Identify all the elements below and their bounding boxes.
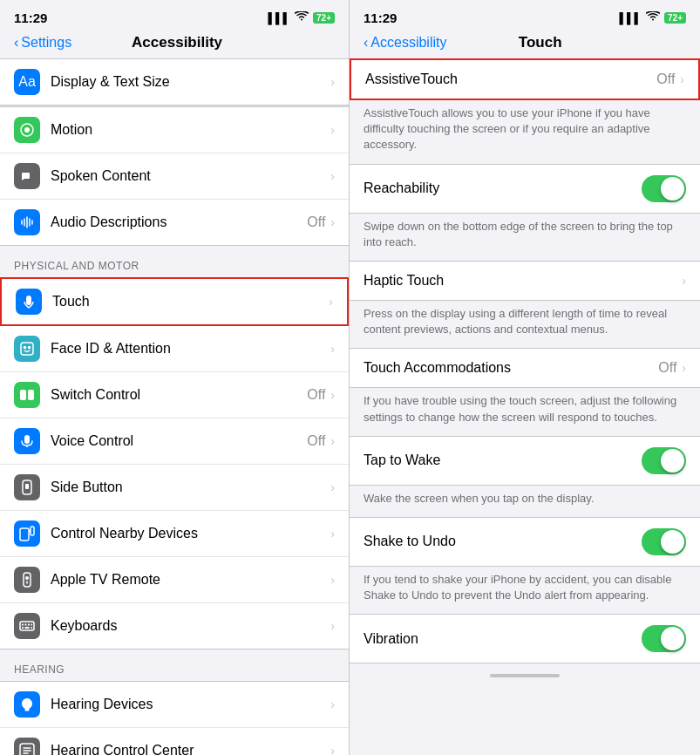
assistive-touch-chevron-icon: ›: [680, 72, 684, 86]
touch-accom-value: Off: [658, 360, 676, 376]
svg-rect-24: [31, 627, 33, 629]
switch-control-item[interactable]: Switch Control Off ›: [0, 372, 349, 418]
left-time: 11:29: [14, 10, 47, 25]
touch-label: Touch: [52, 294, 329, 309]
control-nearby-item[interactable]: Control Nearby Devices ›: [0, 511, 349, 557]
audio-desc-label: Audio Descriptions: [51, 214, 307, 230]
hearing-devices-icon: [14, 691, 40, 718]
left-settings-scroll[interactable]: Aa Display & Text Size › Motion ›: [0, 58, 349, 755]
audio-descriptions-item[interactable]: Audio Descriptions Off ›: [0, 200, 349, 245]
physical-section-header: Physical and Motor: [0, 246, 349, 277]
partial-group: Aa Display & Text Size ›: [0, 58, 349, 105]
reachability-group: Reachability: [350, 164, 700, 214]
hearing-control-center-item[interactable]: Hearing Control Center ›: [0, 728, 349, 755]
back-chevron-icon: ‹: [14, 35, 18, 51]
reachability-label: Reachability: [364, 180, 642, 196]
right-back-label: Accessibility: [370, 35, 446, 51]
shake-undo-toggle[interactable]: [642, 528, 686, 555]
left-nav-bar: ‹ Settings Accessibility: [0, 31, 349, 58]
hearing-items-group: Hearing Devices › Hearing Control Center…: [0, 681, 349, 755]
right-back-chevron-icon: ‹: [364, 35, 368, 51]
reachability-item[interactable]: Reachability: [350, 165, 700, 213]
audio-desc-icon: [14, 209, 40, 235]
shake-undo-label: Shake to Undo: [364, 534, 642, 549]
touch-item[interactable]: Touch ›: [2, 279, 347, 324]
left-back-button[interactable]: ‹ Settings: [14, 35, 71, 51]
svg-point-0: [24, 127, 30, 133]
svg-point-15: [25, 576, 29, 580]
svg-rect-2: [21, 343, 33, 355]
vibration-item[interactable]: Vibration: [350, 615, 700, 663]
left-back-label: Settings: [21, 35, 71, 51]
keyboards-chevron-icon: ›: [330, 619, 335, 633]
svg-rect-7: [24, 435, 30, 444]
svg-rect-12: [31, 527, 34, 535]
spoken-chevron-icon: ›: [330, 169, 335, 183]
hearing-devices-item[interactable]: Hearing Devices ›: [0, 682, 349, 728]
left-panel: 11:29 ▌▌▌ 72+ ‹ Settings Accessibility: [0, 0, 350, 755]
vibration-toggle[interactable]: [642, 625, 686, 652]
switch-control-value: Off: [307, 387, 325, 403]
touch-accom-desc: If you have trouble using the touch scre…: [350, 388, 700, 435]
apple-tv-icon: [14, 567, 40, 593]
right-time: 11:29: [364, 10, 397, 25]
switch-control-icon: [14, 382, 40, 408]
face-id-label: Face ID & Attention: [51, 341, 330, 357]
wifi-icon: [295, 11, 309, 24]
assistive-touch-value: Off: [656, 71, 675, 87]
apple-tv-label: Apple TV Remote: [51, 572, 330, 588]
shake-undo-desc: If you tend to shake your iPhone by acci…: [350, 567, 700, 614]
shake-undo-item[interactable]: Shake to Undo: [350, 518, 700, 566]
spoken-content-item[interactable]: Spoken Content ›: [0, 153, 349, 200]
svg-rect-5: [20, 390, 26, 400]
touch-settings-scroll[interactable]: AssistiveTouch Off › AssistiveTouch allo…: [350, 58, 700, 755]
keyboards-label: Keyboards: [51, 618, 330, 634]
voice-control-item[interactable]: Voice Control Off ›: [0, 418, 349, 465]
tap-wake-item[interactable]: Tap to Wake: [350, 437, 700, 485]
face-id-item[interactable]: Face ID & Attention ›: [0, 326, 349, 372]
physical-items-group: Face ID & Attention › Switch Control Off…: [0, 326, 349, 650]
hearing-control-icon: [14, 738, 40, 755]
keyboards-item[interactable]: Keyboards ›: [0, 603, 349, 649]
voice-control-chevron-icon: ›: [330, 434, 335, 448]
reachability-toggle[interactable]: [642, 175, 686, 202]
touch-icon: [16, 289, 42, 315]
haptic-touch-desc: Press on the display using a different l…: [350, 301, 700, 348]
right-nav-title: Touch: [519, 34, 562, 51]
reachability-toggle-thumb: [661, 177, 684, 201]
hearing-section-header: Hearing: [0, 650, 349, 681]
side-button-item[interactable]: Side Button ›: [0, 465, 349, 511]
tap-wake-toggle[interactable]: [642, 447, 686, 474]
left-status-bar: 11:29 ▌▌▌ 72+: [0, 0, 349, 31]
svg-rect-17: [20, 622, 34, 630]
assistive-touch-item[interactable]: AssistiveTouch Off ›: [351, 60, 698, 99]
voice-control-value: Off: [307, 433, 325, 449]
touch-accom-item[interactable]: Touch Accommodations Off ›: [350, 349, 700, 387]
svg-point-3: [24, 347, 26, 349]
side-button-icon: [14, 474, 40, 500]
spoken-content-label: Spoken Content: [51, 168, 330, 184]
voice-control-icon: [14, 428, 40, 454]
svg-rect-22: [22, 627, 24, 629]
right-status-icons: ▌▌▌ 72+: [620, 11, 686, 24]
touch-accom-label: Touch Accommodations: [364, 360, 658, 376]
display-text-item[interactable]: Aa Display & Text Size ›: [0, 59, 349, 105]
switch-control-chevron-icon: ›: [330, 388, 335, 402]
svg-rect-18: [22, 624, 24, 626]
hearing-devices-chevron-icon: ›: [330, 697, 335, 711]
apple-tv-chevron-icon: ›: [330, 573, 335, 587]
right-back-button[interactable]: ‹ Accessibility: [364, 35, 446, 51]
spoken-content-icon: [14, 163, 40, 189]
svg-rect-23: [25, 627, 30, 629]
motion-item[interactable]: Motion ›: [0, 107, 349, 153]
left-battery: 72+: [313, 12, 335, 24]
haptic-touch-item[interactable]: Haptic Touch ›: [350, 262, 700, 300]
tap-wake-toggle-thumb: [661, 449, 684, 473]
keyboards-icon: [14, 613, 40, 639]
touch-accom-group: Touch Accommodations Off ›: [350, 348, 700, 388]
svg-rect-10: [25, 484, 29, 489]
top-items-group: Motion › Spoken Content ›: [0, 106, 349, 246]
control-nearby-label: Control Nearby Devices: [51, 526, 330, 541]
left-nav-title: Accessibility: [132, 34, 222, 51]
apple-tv-item[interactable]: Apple TV Remote ›: [0, 557, 349, 603]
